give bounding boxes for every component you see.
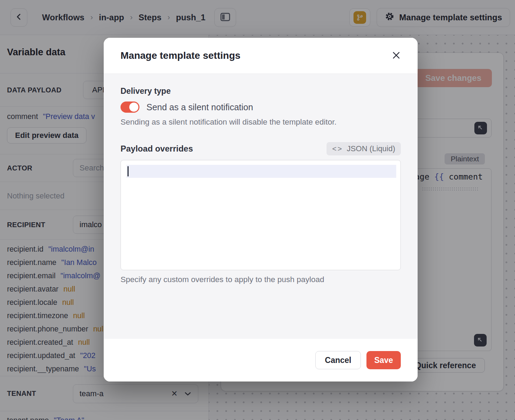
code-icon: <>: [332, 145, 343, 153]
manage-template-settings-modal: Manage template settings Delivery type S…: [104, 38, 418, 382]
text-cursor: [128, 166, 129, 176]
payload-overrides-editor[interactable]: [121, 160, 401, 270]
delivery-type-heading: Delivery type: [121, 86, 401, 96]
close-icon: [391, 50, 401, 62]
close-button[interactable]: [391, 50, 401, 62]
cancel-button[interactable]: Cancel: [315, 351, 361, 369]
json-liquid-badge-label: JSON (Liquid): [347, 144, 395, 153]
modal-footer: Cancel Save: [104, 339, 418, 382]
silent-notification-toggle[interactable]: [121, 102, 139, 113]
modal-header: Manage template settings: [104, 38, 418, 74]
modal-body: Delivery type Send as a silent notificat…: [104, 74, 418, 339]
payload-overrides-heading: Payload overrides: [121, 144, 193, 154]
toggle-knob: [129, 103, 138, 112]
editor-active-line: [126, 165, 396, 178]
json-liquid-badge: <> JSON (Liquid): [327, 142, 401, 155]
delivery-helper-text: Sending as a silent notification will di…: [121, 118, 401, 127]
save-button[interactable]: Save: [366, 351, 401, 369]
silent-notification-toggle-label: Send as a silent notification: [146, 102, 253, 112]
modal-title: Manage template settings: [121, 50, 240, 61]
payload-helper-text: Specify any custom overrides to apply to…: [121, 275, 401, 284]
